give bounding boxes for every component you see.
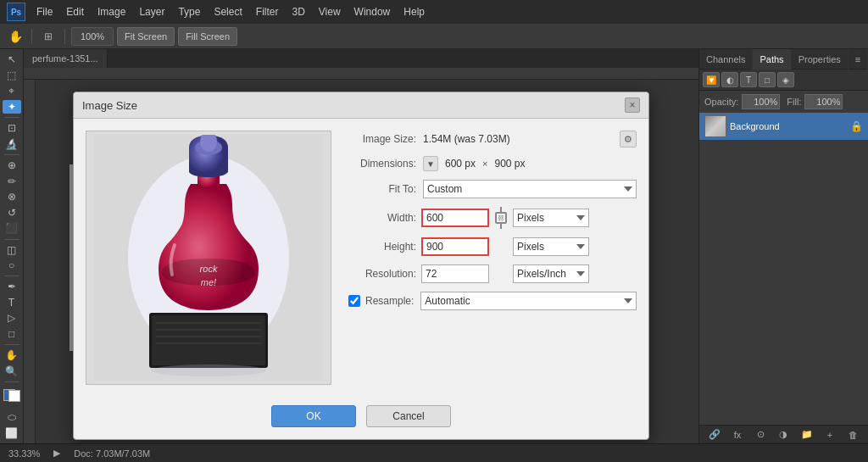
options-toolbar: ✋ ⊞ Fit Screen Fill Screen — [0, 24, 868, 49]
height-input[interactable] — [421, 237, 489, 256]
zoom-tool[interactable]: 🔍 — [3, 365, 21, 379]
main-area: ↖ ⬚ ⌖ ✦ ⊡ 🔬 ⊕ ✏ ⊗ ↺ ⬛ ◫ ○ ✒ T ▷ □ ✋ 🔍 ⬭ … — [0, 49, 868, 443]
magic-wand-tool[interactable]: ✦ — [3, 100, 21, 114]
pen-tool[interactable]: ✒ — [3, 280, 21, 294]
resample-method-select[interactable]: Automatic — [420, 292, 637, 310]
menu-bar: Ps File Edit Image Layer Type Select Fil… — [0, 0, 868, 24]
eraser-tool[interactable]: ⬛ — [3, 221, 21, 236]
clone-tool[interactable]: ⊗ — [3, 190, 21, 204]
dodge-tool[interactable]: ○ — [3, 259, 21, 273]
new-layer-button[interactable]: + — [822, 428, 837, 442]
menu-edit[interactable]: Edit — [60, 3, 90, 20]
delete-layer-button[interactable]: 🗑 — [845, 428, 860, 442]
gradient-tool[interactable]: ◫ — [3, 242, 21, 257]
marquee-tool[interactable]: ⬚ — [3, 69, 21, 83]
menu-window[interactable]: Window — [348, 3, 397, 20]
move-tool[interactable]: ↖ — [3, 53, 21, 67]
crop-tool[interactable]: ⊡ — [3, 121, 21, 136]
toolbox: ↖ ⬚ ⌖ ✦ ⊡ 🔬 ⊕ ✏ ⊗ ↺ ⬛ ◫ ○ ✒ T ▷ □ ✋ 🔍 ⬭ … — [0, 49, 24, 443]
hand-tool-icon[interactable]: ✋ — [5, 27, 25, 46]
filter-type-btn[interactable]: 🔽 — [703, 72, 720, 87]
resample-label: Resample: — [365, 295, 414, 307]
menu-layer[interactable]: Layer — [133, 3, 170, 20]
tab-channels[interactable]: Channels — [699, 49, 753, 70]
fill-input[interactable] — [804, 94, 843, 109]
aspect-lock-button[interactable]: ⛓ — [495, 212, 507, 224]
menu-help[interactable]: Help — [398, 3, 431, 20]
layer-effects-button[interactable]: fx — [730, 428, 745, 442]
menu-3d[interactable]: 3D — [286, 3, 310, 20]
dialog-footer: OK Cancel — [74, 397, 648, 439]
resolution-label: Resolution: — [348, 268, 416, 280]
tab-properties[interactable]: Properties — [792, 49, 849, 70]
menu-image[interactable]: Image — [92, 3, 131, 20]
tool-sep4 — [4, 276, 19, 276]
fit-screen-button[interactable]: Fit Screen — [117, 27, 175, 46]
screen-mode-tool[interactable]: ⬜ — [3, 426, 21, 440]
panel-menu-button[interactable]: ≡ — [849, 49, 868, 70]
tab-paths[interactable]: Paths — [753, 49, 791, 70]
history-tool[interactable]: ↺ — [3, 205, 21, 220]
panel-tabs: Channels Paths Properties ≡ — [699, 49, 868, 70]
group-button[interactable]: 📁 — [799, 428, 815, 442]
fit-to-label: Fit To: — [348, 183, 416, 195]
cancel-button[interactable]: Cancel — [366, 405, 451, 427]
dim-times: × — [482, 159, 487, 169]
shape-tool[interactable]: □ — [3, 327, 21, 342]
dialog-body: rock me! — [74, 119, 648, 397]
filter-smart-btn[interactable]: ◈ — [777, 72, 794, 87]
resample-checkbox[interactable] — [348, 295, 360, 307]
right-panel: Channels Paths Properties ≡ 🔽 ◐ T □ ◈ Op… — [698, 49, 868, 443]
path-select-tool[interactable]: ▷ — [3, 311, 21, 326]
opacity-label: Opacity: — [704, 97, 738, 107]
resolution-unit-select[interactable]: Pixels/Inch — [513, 264, 589, 283]
tool-sep6 — [4, 381, 19, 382]
svg-text:me!: me! — [201, 277, 216, 287]
color-swatches[interactable] — [3, 389, 20, 402]
tool-move-icon[interactable]: ⊞ — [38, 27, 58, 46]
fit-to-select[interactable]: Custom — [423, 180, 637, 198]
resolution-input[interactable] — [421, 264, 489, 283]
toolbar-sep1 — [31, 29, 32, 44]
dimensions-toggle-button[interactable]: ▼ — [423, 156, 438, 171]
menu-view[interactable]: View — [313, 3, 347, 20]
menu-select[interactable]: Select — [208, 3, 248, 20]
fill-screen-button[interactable]: Fill Screen — [178, 27, 237, 46]
layers-panel-bottom: 🔗 fx ⊙ ◑ 📁 + 🗑 — [699, 425, 868, 443]
opacity-input[interactable] — [742, 94, 780, 109]
menu-file[interactable]: File — [31, 3, 58, 20]
image-size-row: Image Size: 1.54M (was 7.03M) ⚙ — [348, 131, 637, 148]
layer-background[interactable]: Background 🔒 — [699, 113, 868, 140]
filter-shape-btn[interactable]: □ — [759, 72, 776, 87]
spot-heal-tool[interactable]: ⊕ — [3, 159, 21, 173]
dialog-close-button[interactable]: × — [625, 97, 640, 113]
mask-button[interactable]: ⊙ — [753, 428, 768, 442]
resample-checkbox-group: Resample: — [348, 295, 414, 307]
ok-button[interactable]: OK — [271, 405, 356, 427]
dimensions-label: Dimensions: — [348, 158, 416, 170]
width-unit-select[interactable]: Pixels — [513, 209, 589, 227]
image-size-label: Image Size: — [348, 133, 416, 145]
eyedropper-tool[interactable]: 🔬 — [3, 136, 21, 151]
settings-gear-button[interactable]: ⚙ — [620, 131, 637, 148]
menu-type[interactable]: Type — [172, 3, 206, 20]
type-tool[interactable]: T — [3, 296, 21, 310]
width-input[interactable] — [421, 209, 489, 227]
adjustment-button[interactable]: ◑ — [776, 428, 791, 442]
modal-overlay: Image Size × — [24, 49, 698, 443]
brush-tool[interactable]: ✏ — [3, 174, 21, 188]
height-unit-select[interactable]: Pixels — [513, 237, 589, 256]
lasso-tool[interactable]: ⌖ — [3, 84, 21, 98]
filter-text-btn[interactable]: T — [740, 72, 757, 87]
hand-tool[interactable]: ✋ — [3, 348, 21, 363]
filter-adj-btn[interactable]: ◐ — [721, 72, 738, 87]
layer-thumbnail — [704, 115, 726, 137]
quick-mask-tool[interactable]: ⬭ — [3, 410, 21, 425]
dialog-preview-svg: rock me! — [94, 135, 323, 381]
background-color[interactable] — [8, 390, 20, 402]
zoom-input[interactable] — [71, 27, 114, 46]
resample-row: Resample: Automatic — [348, 292, 637, 310]
menu-filter[interactable]: Filter — [250, 3, 285, 20]
link-layers-button[interactable]: 🔗 — [707, 428, 722, 442]
status-doc-size: Doc: 7.03M/7.03M — [74, 448, 150, 459]
